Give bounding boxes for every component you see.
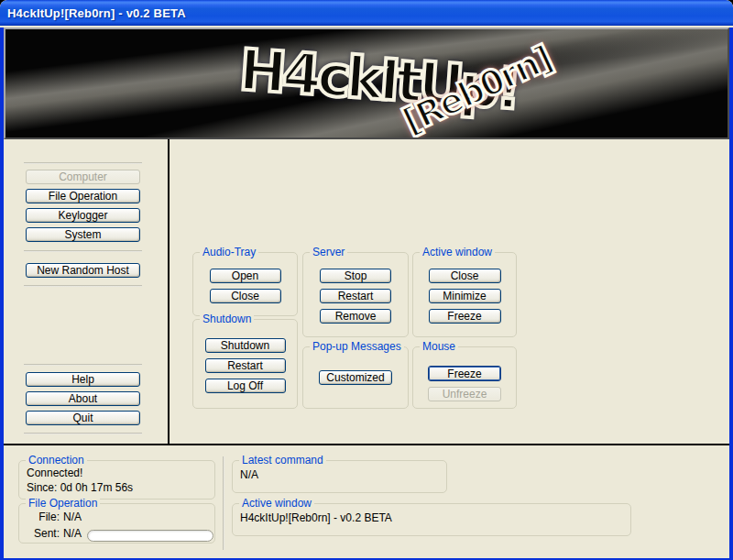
status-area: Connection Connected! Since: 0d 0h 17m 5…: [4, 445, 729, 556]
group-title: Shutdown: [200, 313, 254, 325]
audio-tray-open-button[interactable]: Open: [210, 269, 281, 283]
file-row: File:N/A: [27, 510, 82, 524]
file-operation-status-group: File Operation File:N/A Sent:N/A: [18, 503, 215, 544]
sidebar-divider: [24, 250, 142, 252]
group-audio-tray: Audio-Tray Open Close: [192, 252, 298, 316]
mouse-freeze-button[interactable]: Freeze: [428, 366, 501, 381]
latest-command-group: Latest command N/A: [232, 460, 447, 493]
title-bar[interactable]: H4ckItUp![Reb0rn] - v0.2 BETA: [0, 0, 733, 26]
group-title: Latest command: [239, 454, 326, 467]
connection-status-group: Connection Connected! Since: 0d 0h 17m 5…: [18, 460, 215, 500]
progress-bar: [87, 530, 213, 542]
group-active-window: Active window Close Minimize Freeze: [412, 252, 517, 337]
group-title: File Operation: [26, 497, 100, 510]
customized-message-button[interactable]: Customized: [319, 370, 392, 385]
sent-row: Sent:N/A: [27, 526, 82, 541]
latest-command-value: N/A: [240, 467, 258, 482]
log-off-button[interactable]: Log Off: [205, 379, 286, 393]
server-stop-button[interactable]: Stop: [320, 269, 391, 283]
sidebar-item-computer: Computer: [26, 170, 140, 184]
server-restart-button[interactable]: Restart: [320, 289, 391, 303]
restart-pc-button[interactable]: Restart: [205, 358, 286, 373]
sidebar-item-system[interactable]: System: [26, 227, 140, 242]
group-shutdown: Shutdown Shutdown Restart Log Off: [192, 319, 298, 409]
app-window: H4ckItUp![Reb0rn] - v0.2 BETA H4ckItUp! …: [0, 0, 733, 560]
server-remove-button[interactable]: Remove: [320, 309, 391, 324]
banner: H4ckItUp! [Reb0rn]: [4, 27, 729, 139]
quit-button[interactable]: Quit: [26, 411, 140, 425]
sidebar-divider: [24, 285, 142, 287]
about-button[interactable]: About: [26, 391, 140, 406]
connection-since: Since: 0d 0h 17m 56s: [27, 480, 133, 495]
window-title: H4ckItUp![Reb0rn] - v0.2 BETA: [7, 6, 186, 20]
sidebar-divider: [24, 364, 142, 366]
group-title: Connection: [26, 454, 87, 467]
active-window-value: H4ckItUp![Reb0rn] - v0.2 BETA: [240, 511, 392, 525]
mouse-unfreeze-button: Unfreeze: [428, 387, 501, 401]
group-title: Pop-up Messages: [310, 340, 404, 353]
shutdown-button[interactable]: Shutdown: [205, 338, 286, 353]
footer-vertical-divider: [223, 456, 224, 550]
sidebar-item-keylogger[interactable]: Keylogger: [26, 208, 140, 223]
group-popup-messages: Pop-up Messages Customized: [302, 346, 409, 409]
group-title: Audio-Tray: [200, 246, 258, 258]
connection-state: Connected!: [27, 466, 82, 480]
group-title: Active window: [420, 246, 495, 258]
main-panel: Audio-Tray Open Close Shutdown Shutdown …: [170, 139, 729, 444]
active-window-status-group: Active window H4ckItUp![Reb0rn] - v0.2 B…: [232, 503, 631, 536]
sidebar-item-file-operation[interactable]: File Operation: [26, 189, 140, 203]
window-minimize-button[interactable]: Minimize: [429, 289, 501, 303]
sidebar-divider: [24, 162, 142, 164]
window-body: H4ckItUp! [Reb0rn] Computer File Operati…: [0, 27, 733, 560]
group-title: Active window: [239, 497, 314, 510]
group-title: Mouse: [420, 340, 458, 353]
group-mouse: Mouse Freeze Unfreeze: [412, 346, 517, 409]
sidebar-divider: [24, 433, 142, 434]
audio-tray-close-button[interactable]: Close: [210, 289, 281, 303]
sidebar: Computer File Operation Keylogger System…: [4, 139, 170, 444]
window-freeze-button[interactable]: Freeze: [429, 309, 501, 324]
help-button[interactable]: Help: [26, 372, 140, 387]
window-close-button[interactable]: Close: [429, 269, 501, 283]
content-area: Computer File Operation Keylogger System…: [4, 139, 729, 444]
group-server: Server Stop Restart Remove: [302, 252, 409, 337]
group-title: Server: [310, 246, 347, 258]
new-random-host-button[interactable]: New Random Host: [26, 263, 140, 278]
